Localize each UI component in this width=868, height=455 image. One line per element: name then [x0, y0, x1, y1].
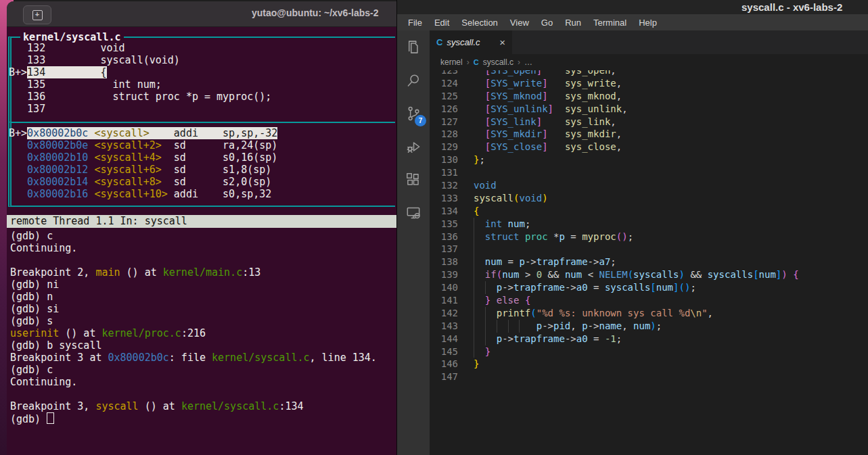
line-number[interactable]: 142: [430, 307, 458, 320]
gdb-status-line: remote Thread 1.1 In: syscall: [7, 215, 396, 228]
search-icon[interactable]: [397, 64, 430, 97]
gdb-console-line: (gdb) c: [10, 230, 377, 242]
line-number[interactable]: 139: [430, 268, 458, 281]
terminal-title: yutao@ubuntu: ~/xv6-labs-2: [252, 7, 396, 18]
code-line: 139 if(num > 0 && num < NELEM(syscalls) …: [430, 268, 868, 281]
code-line: 143 p->pid, p->name, num);: [430, 320, 868, 333]
line-number[interactable]: 129: [430, 141, 458, 153]
code-line: 136 struct proc *p = myproc();: [430, 231, 868, 243]
line-number[interactable]: 131: [430, 166, 458, 179]
code-line: 135 int num;: [430, 218, 868, 231]
close-icon[interactable]: ×: [499, 37, 505, 48]
menu-terminal[interactable]: Terminal: [587, 18, 633, 28]
tui-source-line: B+>134 {: [9, 66, 271, 78]
tab-syscall-c[interactable]: C syscall.c ×: [430, 30, 512, 54]
gdb-console-line: (gdb) s: [10, 315, 377, 327]
indent-guide: [485, 333, 486, 345]
indent-guide: [474, 345, 474, 358]
source-control-icon[interactable]: 7: [397, 97, 430, 130]
menu-file[interactable]: File: [402, 18, 428, 28]
line-number[interactable]: 128: [430, 128, 458, 141]
line-number[interactable]: 125: [430, 90, 458, 103]
gdb-disassembly-lines: B+>0x80002b0c <syscall> addi sp,sp,-32 0…: [9, 127, 277, 200]
tui-source-line: 137: [9, 103, 271, 115]
chevron-right-icon: ›: [467, 57, 470, 67]
line-number[interactable]: 124: [430, 77, 458, 90]
code-line: 133syscall(void): [430, 192, 868, 205]
breadcrumb: kernel › C syscall.c › …: [430, 54, 868, 70]
remote-explorer-icon[interactable]: [397, 196, 430, 229]
c-language-icon: C: [436, 37, 442, 47]
indent-guide: [485, 307, 486, 320]
line-number[interactable]: 145: [430, 345, 458, 358]
indent-guide: [497, 320, 497, 333]
line-number[interactable]: 146: [430, 358, 458, 370]
tui-asm-line: 0x80002b12 <syscall+6> sd s1,8(sp): [9, 164, 277, 176]
extensions-icon[interactable]: [397, 163, 430, 196]
breadcrumb-file[interactable]: syscall.c: [483, 57, 513, 67]
line-number[interactable]: 143: [430, 320, 458, 333]
code-line: 129 [SYS_close] sys_close,: [430, 141, 868, 153]
line-number[interactable]: 140: [430, 281, 458, 294]
code-line: 145 }: [430, 345, 868, 358]
line-number[interactable]: 141: [430, 294, 458, 307]
indent-guide: [519, 320, 520, 333]
line-number[interactable]: 134: [430, 205, 458, 218]
gdb-console-line: (gdb): [10, 412, 377, 425]
indent-guide: [474, 333, 474, 345]
line-number[interactable]: 138: [430, 256, 458, 268]
new-tab-button[interactable]: +: [23, 5, 51, 24]
line-number[interactable]: 130: [430, 153, 458, 166]
tui-source-line: 136 struct proc *p = myproc();: [9, 91, 271, 103]
line-number[interactable]: 135: [430, 218, 458, 231]
code-area[interactable]: 123 [SYS_open] sys_open,124 [SYS_write] …: [430, 64, 868, 455]
line-number[interactable]: 132: [430, 179, 458, 192]
indent-guide: [474, 256, 474, 268]
menu-selection[interactable]: Selection: [455, 18, 503, 28]
tui-asm-line: 0x80002b0e <syscall+2> sd ra,24(sp): [9, 139, 277, 151]
tui-source-line: 133 syscall(void): [9, 54, 271, 66]
tui-source-line: 135 int num;: [9, 78, 271, 91]
menu-run[interactable]: Run: [559, 18, 587, 28]
line-number[interactable]: 144: [430, 333, 458, 345]
code-line: 126 [SYS_unlink] sys_unlink,: [430, 103, 868, 116]
indent-guide: [485, 320, 486, 333]
menu-view[interactable]: View: [504, 18, 535, 28]
gdb-console-line: (gdb) b syscall: [10, 339, 377, 352]
menu-help[interactable]: Help: [633, 18, 663, 28]
tui-asm-line: 0x80002b10 <syscall+4> sd s0,16(sp): [9, 151, 277, 164]
tab-label: syscall.c: [447, 37, 480, 47]
terminal-cursor: [47, 412, 54, 424]
gdb-console[interactable]: (gdb) cContinuing.Breakpoint 2, main () …: [10, 230, 377, 425]
menu-edit[interactable]: Edit: [428, 18, 455, 28]
explorer-icon[interactable]: [397, 30, 430, 64]
line-number[interactable]: 147: [430, 370, 458, 383]
source-control-badge: 7: [415, 115, 426, 126]
gdb-console-line: Breakpoint 2, main () at kernel/main.c:1…: [10, 266, 377, 279]
menu-go[interactable]: Go: [535, 18, 559, 28]
run-and-debug-icon[interactable]: [397, 130, 430, 163]
gdb-console-line: Breakpoint 3 at 0x80002b0c: file kernel/…: [10, 352, 377, 364]
indent-guide: [474, 268, 474, 281]
indent-guide: [474, 231, 474, 243]
code-line: 138 num = p->trapframe->a7;: [430, 256, 868, 268]
line-number[interactable]: 127: [430, 116, 458, 128]
indent-guide: [474, 218, 474, 231]
code-line: 144 p->trapframe->a0 = -1;: [430, 333, 868, 345]
code-line: 146}: [430, 358, 868, 370]
tui-asm-line: B+>0x80002b0c <syscall> addi sp,sp,-32: [9, 127, 277, 139]
breadcrumb-more[interactable]: …: [524, 57, 532, 67]
terminal-window: + yutao@ubuntu: ~/xv6-labs-2 kernel/sysc…: [7, 1, 396, 455]
indent-guide: [474, 281, 474, 294]
line-number[interactable]: 133: [430, 192, 458, 205]
line-number[interactable]: 126: [430, 103, 458, 116]
breadcrumb-folder[interactable]: kernel: [440, 57, 463, 67]
gdb-console-line: Continuing.: [10, 242, 377, 254]
line-number[interactable]: 136: [430, 231, 458, 243]
window-title: syscall.c - xv6-labs-2: [741, 1, 842, 13]
indent-guide: [474, 243, 474, 256]
line-number[interactable]: 137: [430, 243, 458, 256]
editor-group: C syscall.c × kernel › C syscall.c › … 1…: [430, 30, 868, 455]
c-language-icon: C: [474, 58, 479, 66]
code-line: 128 [SYS_mkdir] sys_mkdir,: [430, 128, 868, 141]
